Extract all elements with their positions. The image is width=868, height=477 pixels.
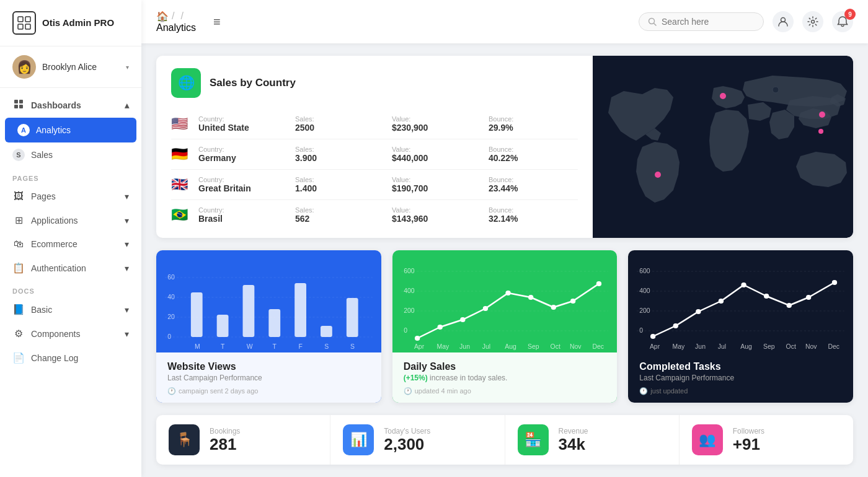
breadcrumb-trail: 🏠 / /: [156, 11, 196, 22]
avatar: 👩: [12, 55, 36, 79]
sidebar-item-sales[interactable]: S Sales: [0, 142, 141, 167]
search-input[interactable]: [662, 17, 755, 27]
basic-icon: 📘: [12, 304, 25, 315]
sales-col: Sales: 562: [295, 206, 384, 224]
daily-sales-name: Daily Sales: [404, 361, 606, 372]
header-right: 9: [639, 11, 853, 32]
svg-point-55: [570, 299, 575, 304]
sales-col: Sales: 2500: [295, 115, 384, 133]
svg-text:600: 600: [404, 268, 415, 274]
sidebar-item-ecommerce[interactable]: 🛍 Ecommerce ▾: [0, 232, 141, 256]
svg-text:May: May: [673, 343, 686, 350]
chevron-apps-icon: ▾: [125, 216, 129, 225]
chevron-down-icon: ▾: [126, 64, 129, 71]
sidebar-item-basic[interactable]: 📘 Basic ▾: [0, 297, 141, 322]
country-flag: 🇧🇷: [171, 207, 191, 223]
dashboards-icon: [12, 99, 25, 112]
applications-icon: ⊞: [12, 214, 25, 226]
chevron-basic-icon: ▾: [125, 305, 129, 315]
world-map: [593, 56, 853, 238]
svg-text:600: 600: [640, 268, 651, 274]
sales-label: Sales: [31, 150, 53, 160]
user-icon[interactable]: [773, 11, 794, 32]
value-col: Value: $190,700: [392, 176, 481, 193]
completed-tasks-time: 🕐 just updated: [639, 387, 842, 395]
search-icon: [648, 17, 657, 26]
menu-toggle-icon[interactable]: ≡: [213, 15, 221, 29]
svg-rect-32: [347, 298, 358, 337]
completed-tasks-info: Completed Tasks Last Campaign Performanc…: [628, 352, 853, 403]
search-box[interactable]: [639, 12, 764, 31]
svg-text:400: 400: [640, 287, 651, 294]
notifications-icon[interactable]: 9: [832, 11, 853, 32]
sidebar-item-dashboards[interactable]: Dashboards ▴: [0, 93, 141, 118]
globe-icon: 🌐: [171, 68, 201, 98]
svg-point-51: [482, 306, 487, 311]
sales-by-country-card: 🌐 Sales by Country 🇺🇸 Country: United St…: [156, 56, 853, 238]
svg-text:Dec: Dec: [592, 343, 604, 350]
user-profile[interactable]: 👩 Brooklyn Alice ▾: [0, 46, 141, 88]
sales-row: 🇩🇪 Country: Germany Sales: 3.900 Value: …: [171, 139, 578, 170]
charts-row: 60 40 20 0 M T: [156, 250, 853, 403]
svg-rect-27: [217, 315, 229, 337]
breadcrumb-sep2: /: [180, 11, 183, 22]
svg-text:Aug: Aug: [505, 343, 516, 350]
chevron-ecommerce-icon: ▾: [125, 239, 129, 249]
svg-rect-5: [19, 100, 23, 103]
website-views-info: Website Views Last Campaign Performance …: [156, 352, 381, 403]
svg-text:40: 40: [167, 294, 175, 300]
completed-tasks-chart: 600 400 200 0: [628, 250, 853, 352]
settings-icon[interactable]: [802, 11, 823, 32]
bounce-col: Bounce: 40.22%: [489, 146, 578, 163]
pages-label: Pages: [31, 191, 56, 201]
chevron-up-icon: ▴: [125, 100, 129, 110]
daily-sales-chart: 600 400 200 0: [392, 250, 618, 352]
basic-label: Basic: [31, 305, 52, 315]
authentication-label: Authentication: [31, 263, 86, 273]
svg-point-78: [742, 282, 746, 287]
svg-point-14: [720, 93, 726, 99]
svg-text:M: M: [195, 343, 200, 350]
svg-text:Oct: Oct: [786, 343, 796, 350]
svg-point-80: [787, 303, 792, 308]
sidebar-item-changelog[interactable]: 📄 Change Log: [0, 346, 141, 370]
stat-value-bookings: 281: [210, 435, 240, 453]
sidebar-item-analytics[interactable]: A Analytics: [5, 118, 136, 142]
sidebar-item-pages[interactable]: 🖼 Pages ▾: [0, 185, 141, 208]
stat-label-today_users: Today's Users: [384, 427, 430, 435]
svg-point-77: [719, 299, 724, 304]
value-col: Value: $440,000: [392, 146, 481, 163]
sales-row: 🇺🇸 Country: United State Sales: 2500 Val…: [171, 109, 578, 139]
website-views-time: 🕐 campaign sent 2 days ago: [167, 387, 370, 395]
analytics-label: Analytics: [36, 125, 71, 135]
svg-point-48: [415, 336, 420, 341]
world-map-section: [593, 56, 853, 238]
clock-icon-wv: 🕐: [167, 387, 176, 395]
svg-rect-3: [25, 24, 30, 29]
sidebar-item-applications[interactable]: ⊞ Applications ▾: [0, 208, 141, 232]
daily-sales-subtitle: (+15%) increase in today sales.: [404, 374, 606, 382]
website-views-chart: 60 40 20 0 M T: [156, 250, 381, 352]
breadcrumb: 🏠 / / Analytics: [156, 11, 196, 33]
home-icon[interactable]: 🏠: [156, 11, 169, 22]
svg-point-81: [806, 295, 811, 300]
sidebar-item-authentication[interactable]: 📋 Authentication ▾: [0, 256, 141, 280]
stat-icon-revenue: 🏪: [518, 424, 549, 455]
breadcrumb-sep1: /: [172, 11, 174, 22]
clock-icon-ct: 🕐: [639, 387, 648, 395]
stat-label-revenue: Revenue: [559, 427, 588, 435]
notification-badge: 9: [844, 9, 856, 20]
country-col: Country: United State: [198, 115, 288, 133]
svg-point-50: [460, 317, 465, 322]
svg-point-53: [528, 295, 533, 300]
svg-text:Sep: Sep: [528, 343, 539, 350]
stat-icon-followers: 👥: [692, 424, 723, 455]
svg-text:Nov: Nov: [805, 343, 817, 350]
analytics-badge: A: [17, 124, 30, 136]
stat-value-revenue: 34k: [559, 435, 588, 453]
stat-value-today_users: 2,300: [384, 435, 430, 453]
svg-text:W: W: [247, 343, 253, 350]
svg-point-11: [812, 20, 815, 24]
stats-row: 🪑 Bookings 281 📊 Today's Users 2,300 🏪 R…: [156, 415, 853, 465]
sidebar-item-components[interactable]: ⚙ Components ▾: [0, 322, 141, 346]
